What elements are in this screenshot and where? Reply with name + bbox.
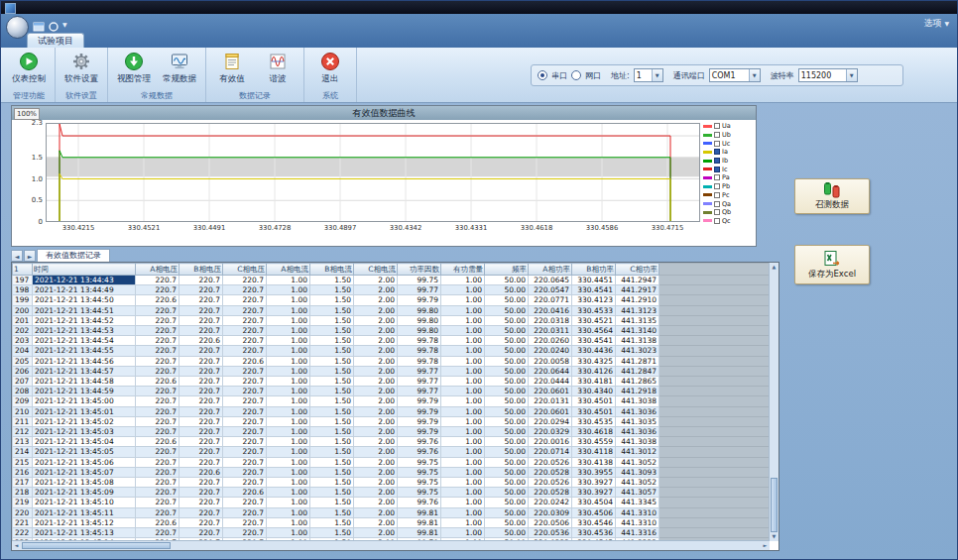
exit-button[interactable]: 退出 [307, 50, 353, 85]
harmonic-button[interactable]: 谐波 [255, 50, 300, 85]
row-number-cell[interactable]: 218 [13, 488, 33, 498]
normal-data-button[interactable]: 常规数据 [157, 50, 202, 85]
value-cell[interactable]: 220.0601 [529, 406, 572, 416]
value-cell[interactable]: 2.00 [354, 517, 398, 527]
value-cell[interactable]: 220.7 [223, 387, 267, 396]
value-cell[interactable]: 330.4559 [572, 437, 616, 447]
instrument-control-button[interactable]: 仪表控制 [6, 50, 52, 85]
table-horizontal-scrollbar[interactable]: ◄ ► [12, 540, 770, 550]
value-cell[interactable]: 220.6 [136, 377, 180, 387]
legend-checkbox-Pc[interactable] [714, 192, 720, 198]
time-cell[interactable]: 2021-12-21 13:44:50 [33, 295, 136, 305]
time-cell[interactable]: 2021-12-21 13:44:57 [33, 366, 136, 376]
value-cell[interactable]: 1.50 [310, 346, 354, 356]
value-cell[interactable]: 2.00 [354, 387, 398, 396]
value-cell[interactable]: 220.7 [136, 498, 180, 507]
value-cell[interactable]: 50.00 [485, 326, 529, 336]
row-number-cell[interactable]: 220 [13, 507, 33, 517]
row-number-cell[interactable]: 200 [13, 305, 33, 315]
value-cell[interactable]: 330.4521 [572, 315, 616, 325]
value-cell[interactable]: 2.00 [354, 336, 398, 346]
value-cell[interactable]: 2.00 [354, 528, 398, 538]
value-cell[interactable]: 2.00 [354, 377, 398, 387]
value-cell[interactable]: 220.7 [180, 498, 223, 507]
value-cell[interactable]: 1.50 [310, 447, 354, 457]
baud-rate-dropdown-icon[interactable]: ▼ [846, 69, 857, 81]
value-cell[interactable]: 99.78 [398, 356, 441, 366]
time-cell[interactable]: 2021-12-21 13:44:53 [33, 326, 136, 336]
value-cell[interactable]: 1.50 [310, 457, 354, 467]
value-cell[interactable]: 1.50 [310, 377, 354, 387]
value-cell[interactable]: 220.7 [223, 396, 267, 406]
value-cell[interactable]: 220.0058 [529, 356, 572, 366]
row-number-cell[interactable]: 219 [13, 498, 33, 507]
value-cell[interactable]: 330.4536 [572, 528, 616, 538]
value-cell[interactable]: 1.00 [267, 315, 310, 325]
value-cell[interactable]: 1.00 [441, 315, 485, 325]
chart-plot[interactable] [46, 123, 700, 222]
value-cell[interactable]: 50.00 [485, 447, 529, 457]
address-dropdown-icon[interactable]: ▼ [652, 69, 662, 81]
value-cell[interactable]: 1.50 [310, 295, 354, 305]
time-cell[interactable]: 2021-12-21 13:44:52 [33, 315, 136, 325]
value-cell[interactable]: 50.00 [485, 467, 529, 477]
value-cell[interactable]: 1.50 [310, 406, 354, 416]
records-tab-next-button[interactable]: ► [24, 250, 36, 262]
value-cell[interactable]: 330.4535 [572, 416, 616, 426]
time-cell[interactable]: 2021-12-21 13:45:12 [33, 517, 136, 527]
rms-button[interactable]: 有效值 [209, 50, 255, 85]
value-cell[interactable]: 220.7 [180, 507, 223, 517]
value-cell[interactable]: 220.7 [180, 457, 223, 467]
value-cell[interactable]: 220.7 [223, 437, 267, 447]
value-cell[interactable]: 220.7 [136, 507, 180, 517]
row-number-cell[interactable]: 204 [13, 346, 33, 356]
value-cell[interactable]: 220.0528 [529, 467, 572, 477]
value-cell[interactable]: 220.7 [180, 305, 223, 315]
value-cell[interactable]: 1.00 [441, 427, 485, 437]
value-cell[interactable]: 220.0714 [529, 447, 572, 457]
value-cell[interactable]: 330.4325 [572, 356, 616, 366]
value-cell[interactable]: 220.7 [180, 356, 223, 366]
value-cell[interactable]: 220.7 [223, 326, 267, 336]
value-cell[interactable]: 50.00 [485, 457, 529, 467]
time-cell[interactable]: 2021-12-21 13:45:02 [33, 416, 136, 426]
value-cell[interactable]: 1.00 [267, 406, 310, 416]
legend-checkbox-Pb[interactable] [714, 183, 720, 189]
value-cell[interactable]: 99.76 [398, 498, 441, 507]
time-cell[interactable]: 2021-12-21 13:45:06 [33, 457, 136, 467]
legend-checkbox-Qb[interactable] [714, 209, 720, 215]
row-number-cell[interactable]: 209 [13, 396, 33, 406]
value-cell[interactable]: 441.3023 [616, 346, 659, 356]
value-cell[interactable]: 220.7 [180, 416, 223, 426]
value-cell[interactable]: 2.00 [354, 447, 398, 457]
value-cell[interactable]: 2.00 [354, 305, 398, 315]
qat-dropdown-arrow-icon[interactable]: ▼ [62, 21, 67, 28]
row-number-cell[interactable]: 202 [13, 326, 33, 336]
value-cell[interactable]: 2.00 [354, 396, 398, 406]
value-cell[interactable]: 330.4533 [572, 305, 616, 315]
value-cell[interactable]: 1.00 [267, 427, 310, 437]
value-cell[interactable]: 1.00 [441, 478, 485, 488]
time-cell[interactable]: 2021-12-21 13:44:55 [33, 346, 136, 356]
value-cell[interactable]: 99.77 [398, 387, 441, 396]
time-cell[interactable]: 2021-12-21 13:45:01 [33, 406, 136, 416]
value-cell[interactable]: 220.7 [180, 276, 223, 285]
value-cell[interactable]: 1.00 [267, 377, 310, 387]
value-cell[interactable]: 220.0601 [529, 387, 572, 396]
value-cell[interactable]: 1.00 [441, 295, 485, 305]
value-cell[interactable]: 50.00 [485, 276, 529, 285]
value-cell[interactable]: 99.79 [398, 295, 441, 305]
time-cell[interactable]: 2021-12-21 13:45:07 [33, 467, 136, 477]
value-cell[interactable]: 99.77 [398, 285, 441, 295]
value-cell[interactable]: 220.7 [180, 437, 223, 447]
value-cell[interactable]: 1.50 [310, 326, 354, 336]
value-cell[interactable]: 330.4123 [572, 295, 616, 305]
value-cell[interactable]: 2.00 [354, 276, 398, 285]
value-cell[interactable]: 1.00 [267, 326, 310, 336]
row-number-cell[interactable]: 206 [13, 366, 33, 376]
value-cell[interactable]: 1.50 [310, 507, 354, 517]
value-cell[interactable]: 1.00 [441, 326, 485, 336]
value-cell[interactable]: 330.4618 [572, 427, 616, 437]
value-cell[interactable]: 1.00 [441, 457, 485, 467]
value-cell[interactable]: 220.7 [136, 326, 180, 336]
